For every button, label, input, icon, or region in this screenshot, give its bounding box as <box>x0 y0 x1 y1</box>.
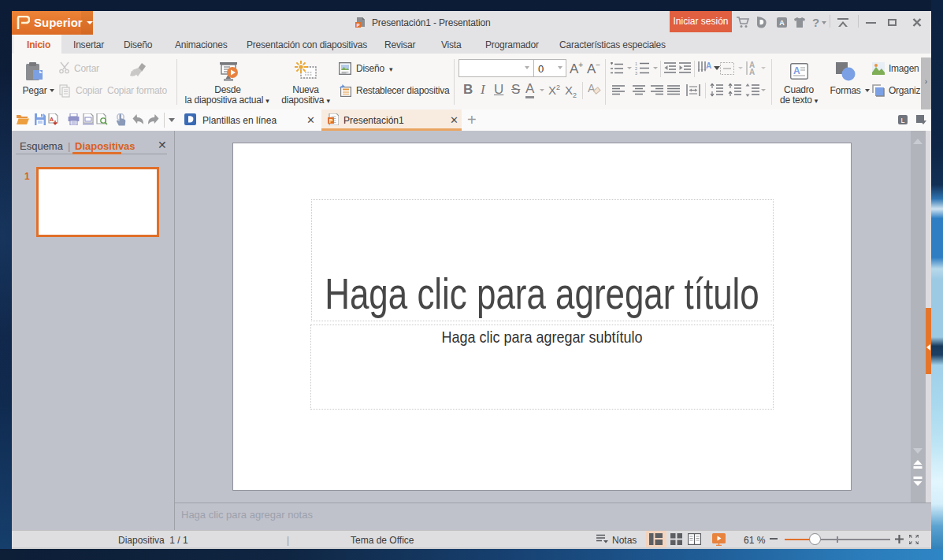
svg-text:A: A <box>588 82 596 95</box>
svg-text:A: A <box>793 65 800 76</box>
svg-text:3: 3 <box>635 71 637 75</box>
svg-text:P: P <box>329 118 333 124</box>
svg-text:A: A <box>50 117 54 122</box>
svg-text:A: A <box>749 68 755 76</box>
svg-text:P: P <box>356 23 359 28</box>
svg-text:A: A <box>779 19 785 27</box>
svg-text:A: A <box>706 61 711 70</box>
